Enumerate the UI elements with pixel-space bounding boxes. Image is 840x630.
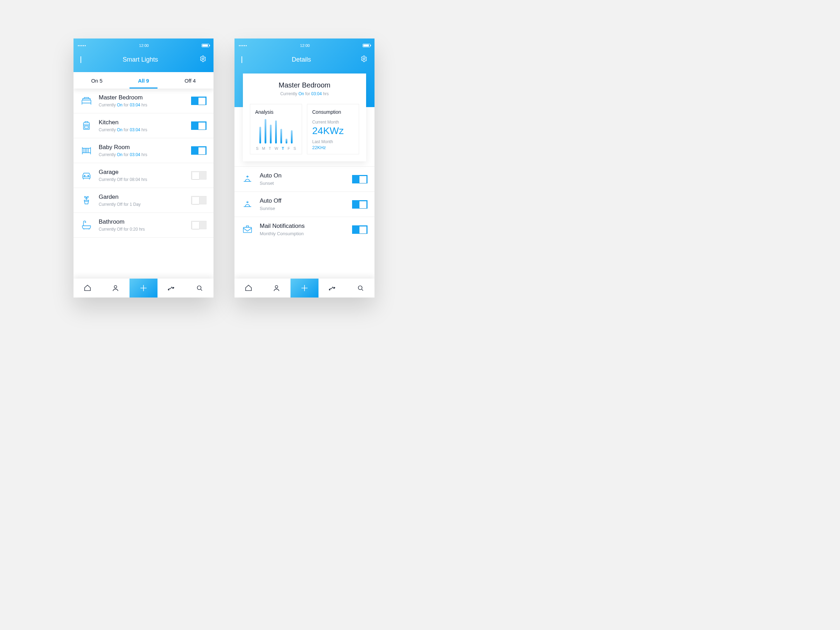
nav-search[interactable] bbox=[346, 279, 374, 297]
activity-icon bbox=[167, 284, 175, 292]
setting-name: Auto On bbox=[260, 172, 352, 179]
setting-row[interactable]: Mail Notifications Monthly Consumption bbox=[235, 217, 374, 242]
header: ••••• 12:00 Smart Lights bbox=[74, 38, 213, 72]
room-row[interactable]: Garage Currently Off for 08:04 hrs bbox=[74, 163, 213, 188]
sunrise-icon bbox=[242, 199, 253, 210]
plant-icon bbox=[81, 194, 92, 206]
user-icon bbox=[273, 284, 280, 292]
search-icon bbox=[357, 284, 364, 292]
room-row[interactable]: Bathroom Currently Off for 0:20 hrs bbox=[74, 213, 213, 238]
tab-all[interactable]: All 9 bbox=[120, 72, 167, 88]
toggle[interactable] bbox=[191, 221, 207, 229]
svg-point-17 bbox=[358, 286, 362, 290]
oven-icon bbox=[81, 120, 92, 132]
room-list[interactable]: Master Bedroom Currently On for 03:04 hr… bbox=[74, 88, 213, 279]
current-month-value: 24KWz bbox=[312, 125, 354, 136]
room-name: Baby Room bbox=[99, 144, 191, 151]
toggle[interactable] bbox=[352, 200, 368, 208]
setting-sub: Sunset bbox=[260, 181, 352, 186]
day-label: F bbox=[288, 146, 290, 150]
chevron-left-icon bbox=[81, 56, 81, 63]
day-label: T bbox=[282, 146, 284, 150]
setting-row[interactable]: Auto On Sunset bbox=[235, 166, 374, 191]
nav-profile[interactable] bbox=[101, 279, 129, 297]
nav-home[interactable] bbox=[235, 279, 262, 297]
tab-off[interactable]: Off 4 bbox=[167, 72, 213, 88]
page-title: Details bbox=[292, 56, 311, 63]
svg-point-14 bbox=[275, 286, 278, 288]
room-name: Garden bbox=[99, 194, 191, 201]
chevron-left-icon bbox=[242, 56, 242, 63]
last-month-value: 22KHz bbox=[312, 145, 354, 150]
svg-rect-3 bbox=[85, 126, 88, 128]
day-label: W bbox=[275, 146, 278, 150]
nav-activity[interactable] bbox=[158, 279, 185, 297]
svg-point-11 bbox=[197, 286, 201, 290]
svg-point-0 bbox=[202, 58, 204, 60]
battery-icon bbox=[363, 44, 370, 47]
setting-name: Auto Off bbox=[260, 197, 352, 204]
svg-point-16 bbox=[334, 287, 335, 288]
room-status: Currently On for 03:04 hrs bbox=[99, 127, 191, 132]
bath-icon bbox=[81, 219, 92, 231]
battery-icon bbox=[202, 44, 209, 47]
consumption-panel[interactable]: Consumption Current Month 24KWz Last Mon… bbox=[307, 104, 359, 154]
tab-on[interactable]: On 5 bbox=[74, 72, 120, 88]
back-button[interactable] bbox=[81, 56, 81, 63]
room-name: Garage bbox=[99, 169, 191, 176]
day-label: M bbox=[262, 146, 265, 150]
back-button[interactable] bbox=[242, 56, 242, 63]
toggle[interactable] bbox=[352, 175, 368, 183]
chart-bar bbox=[270, 125, 272, 144]
crib-icon bbox=[81, 145, 92, 156]
nav-add[interactable] bbox=[129, 279, 158, 297]
nav-search[interactable] bbox=[185, 279, 213, 297]
nav-row: Smart Lights bbox=[74, 48, 213, 72]
settings-button[interactable] bbox=[199, 55, 207, 64]
analysis-panel[interactable]: Analysis SMTWTFS bbox=[250, 104, 302, 154]
toggle[interactable] bbox=[191, 146, 207, 155]
status-time: 12:00 bbox=[139, 43, 149, 47]
current-month-label: Current Month bbox=[312, 120, 354, 125]
toggle[interactable] bbox=[352, 226, 368, 234]
room-status: Currently Off for 1 Day bbox=[99, 202, 191, 207]
consumption-title: Consumption bbox=[312, 109, 354, 115]
signal-dots-icon: ••••• bbox=[239, 43, 247, 47]
svg-point-8 bbox=[114, 286, 117, 288]
status-bar: ••••• 12:00 bbox=[74, 41, 213, 48]
home-icon bbox=[84, 284, 92, 292]
room-row[interactable]: Baby Room Currently On for 03:04 hrs bbox=[74, 138, 213, 163]
sunset-icon bbox=[242, 173, 253, 185]
toggle[interactable] bbox=[191, 96, 207, 105]
chart-bar bbox=[280, 129, 282, 144]
analysis-days: SMTWTFS bbox=[255, 146, 297, 150]
toggle[interactable] bbox=[191, 171, 207, 180]
room-row[interactable]: Kitchen Currently On for 03:04 hrs bbox=[74, 114, 213, 138]
toggle[interactable] bbox=[191, 122, 207, 130]
setting-sub: Sunrise bbox=[260, 206, 352, 211]
room-row[interactable]: Garden Currently Off for 1 Day bbox=[74, 188, 213, 213]
setting-row[interactable]: Auto Off Sunrise bbox=[235, 191, 374, 217]
nav-home[interactable] bbox=[74, 279, 101, 297]
page-title: Smart Lights bbox=[123, 56, 158, 63]
car-icon bbox=[81, 169, 92, 181]
settings-button[interactable] bbox=[360, 55, 368, 64]
toggle[interactable] bbox=[191, 196, 207, 204]
setting-sub: Monthly Consumption bbox=[260, 231, 352, 236]
room-row[interactable]: Master Bedroom Currently On for 03:04 hr… bbox=[74, 88, 213, 114]
nav-profile[interactable] bbox=[262, 279, 291, 297]
bed-icon bbox=[81, 95, 92, 107]
last-month-label: Last Month bbox=[312, 139, 354, 144]
gear-icon bbox=[199, 55, 207, 62]
chart-bar bbox=[291, 130, 293, 144]
svg-rect-13 bbox=[243, 227, 251, 232]
svg-rect-5 bbox=[83, 177, 90, 178]
nav-activity[interactable] bbox=[319, 279, 346, 297]
home-icon bbox=[245, 284, 253, 292]
room-status: Currently Off for 0:20 hrs bbox=[99, 227, 191, 232]
nav-add[interactable] bbox=[291, 279, 319, 297]
search-icon bbox=[196, 284, 203, 292]
settings-list: Auto On Sunset Auto Off Sunrise Mail Not… bbox=[235, 166, 374, 279]
room-status: Currently On for 03:04 hrs bbox=[99, 152, 191, 157]
room-name: Bathroom bbox=[99, 218, 191, 226]
